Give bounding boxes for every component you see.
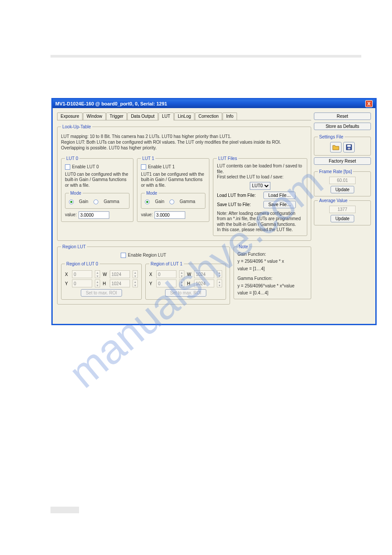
lookup-desc: LUT mapping: 10 to 8 Bit. This camera ha… (61, 134, 307, 151)
tab-correction[interactable]: Correction (195, 112, 222, 120)
note-gamma-eq: y = 256/4096^value * x^value (237, 283, 307, 289)
tab-strip: Exposure Window Trigger Data Output LUT … (57, 112, 311, 120)
lut1-enable-checkbox[interactable] (141, 164, 146, 170)
r0-h-spinner[interactable]: ▲▼ (133, 279, 138, 287)
r0-y-spinner[interactable]: ▲▼ (95, 279, 100, 287)
r1-h-value[interactable]: 1024 (194, 279, 214, 287)
r0-w-spinner[interactable]: ▲▼ (133, 270, 138, 278)
save-lut-label: Save LUT to File: (217, 202, 261, 207)
lut1-gain-label: Gain (155, 199, 164, 205)
region-lut-enable-checkbox[interactable] (121, 253, 126, 258)
framerate-update-button[interactable]: Update (331, 186, 354, 193)
region-lut-enable-label: Enable Region LUT (128, 253, 166, 258)
r1-x-value[interactable]: 0 (156, 270, 176, 278)
lut0-enable-label: Enable LUT 0 (72, 164, 99, 170)
lut-files-legend: LUT Files (217, 156, 238, 161)
average-group: Average Value 1377 Update (314, 198, 371, 225)
svg-rect-2 (348, 148, 350, 149)
r0-x-spinner[interactable]: ▲▼ (95, 270, 100, 278)
lut0-desc: LUT0 can be configured with the built-in… (65, 172, 129, 189)
lookup-legend: Look-Up-Table (61, 124, 92, 129)
lut1-desc: LUT1 can be configured with the built-in… (141, 172, 205, 189)
app-window: MV1-D1024E-160 @ board0_port0, 0, Serial… (51, 98, 377, 325)
r1-w-spinner[interactable]: ▲▼ (217, 270, 222, 278)
lut1-group: LUT 1 Enable LUT 1 LUT1 can be configure… (137, 156, 209, 222)
r0-setmax-button[interactable]: Set to max. ROI (81, 289, 122, 297)
r0-w-label: W (103, 272, 107, 277)
r0-h-value[interactable]: 1024 (110, 279, 130, 287)
lut-files-desc: LUT contents can be loaded from / saved … (217, 163, 303, 180)
lut1-mode-legend: Mode (145, 191, 158, 196)
reset-button[interactable]: Reset (314, 112, 371, 120)
region0-group: Region of LUT 0 X 0 ▲▼ W 1024 ▲▼ (61, 261, 142, 300)
lut1-mode-group: Mode Gain Gamma (141, 191, 205, 209)
lookup-table-group: Look-Up-Table LUT mapping: 10 to 8 Bit. … (57, 124, 311, 241)
r0-y-value[interactable]: 0 (72, 279, 92, 287)
lut1-gamma-radio[interactable] (169, 200, 174, 204)
lut1-value-input[interactable] (155, 211, 185, 219)
average-legend: Average Value (318, 198, 349, 203)
r1-y-spinner[interactable]: ▲▼ (179, 279, 184, 287)
r1-h-spinner[interactable]: ▲▼ (217, 279, 222, 287)
factory-reset-button[interactable]: Factory Reset (314, 157, 371, 165)
tab-window[interactable]: Window (83, 112, 106, 120)
load-file-button[interactable]: Load File… (263, 192, 295, 199)
framerate-legend: Frame Rate [fps] (318, 169, 353, 174)
page-header-rule (50, 55, 361, 58)
lut0-enable-checkbox[interactable] (65, 164, 70, 170)
save-file-button[interactable]: Save File… (263, 201, 296, 208)
r0-x-value[interactable]: 0 (72, 270, 92, 278)
r1-w-value[interactable]: 1024 (194, 270, 214, 278)
lut0-gamma-radio[interactable] (94, 200, 98, 204)
store-defaults-button[interactable]: Store as Defaults (314, 123, 371, 130)
tab-lut[interactable]: LUT (158, 112, 174, 120)
settings-file-group: Settings File (314, 134, 371, 156)
tab-info[interactable]: Info (223, 112, 237, 120)
average-value: 1377 (329, 206, 356, 213)
region1-legend: Region of LUT 1 (149, 261, 184, 266)
average-update-button[interactable]: Update (331, 215, 354, 222)
note-gain-range: value = [1…4] (237, 266, 307, 272)
lut1-gain-radio[interactable] (145, 200, 150, 204)
lut0-mode-legend: Mode (69, 191, 83, 196)
region0-legend: Region of LUT 0 (65, 261, 100, 266)
lut1-value-label: value: (141, 212, 153, 218)
r1-setmax-button[interactable]: Set to max. ROI (165, 289, 206, 297)
load-lut-label: Load LUT from File: (217, 193, 261, 198)
save-file-icon-button[interactable] (343, 142, 355, 152)
r1-y-value[interactable]: 0 (156, 279, 176, 287)
open-file-button[interactable] (330, 142, 342, 152)
lut0-group: LUT 0 Enable LUT 0 LUT0 can be configure… (61, 156, 133, 222)
r1-x-spinner[interactable]: ▲▼ (179, 270, 184, 278)
lut0-gain-radio[interactable] (69, 200, 74, 204)
close-icon: X (367, 101, 370, 106)
tab-linlog[interactable]: LinLog (174, 112, 194, 120)
r1-h-label: H (187, 281, 191, 286)
framerate-group: Frame Rate [fps] 60.01 Update (314, 169, 371, 196)
tab-trigger[interactable]: Trigger (106, 112, 127, 120)
note-legend: Note (237, 244, 249, 249)
r0-w-value[interactable]: 1024 (110, 270, 130, 278)
note-gamma-title: Gamma Function: (237, 276, 307, 282)
framerate-value: 60.01 (329, 177, 356, 184)
window-title: MV1-D1024E-160 @ board0_port0, 0, Serial… (55, 101, 167, 106)
r1-y-label: Y (149, 281, 154, 286)
r0-h-label: H (103, 281, 107, 286)
tab-exposure[interactable]: Exposure (57, 112, 83, 120)
tab-data-output[interactable]: Data Output (127, 112, 158, 120)
svg-rect-1 (347, 145, 351, 147)
r0-y-label: Y (65, 281, 69, 286)
settings-file-legend: Settings File (318, 134, 345, 139)
open-folder-icon (332, 144, 339, 150)
note-gain-eq: y = 256/4096 * value * x (237, 259, 307, 265)
lut0-value-input[interactable] (79, 211, 109, 219)
lut-select[interactable]: LUT0 (250, 182, 270, 190)
close-button[interactable]: X (365, 100, 373, 107)
region-lut-legend: Region LUT (61, 244, 87, 249)
floppy-icon (346, 144, 352, 150)
lut-files-note: Note: After loading camera configuration… (217, 211, 303, 233)
lut1-legend: LUT 1 (141, 156, 155, 161)
note-gain-title: Gain Function: (237, 252, 307, 258)
lut0-gamma-label: Gamma (104, 199, 119, 205)
lut0-legend: LUT 0 (65, 156, 79, 161)
